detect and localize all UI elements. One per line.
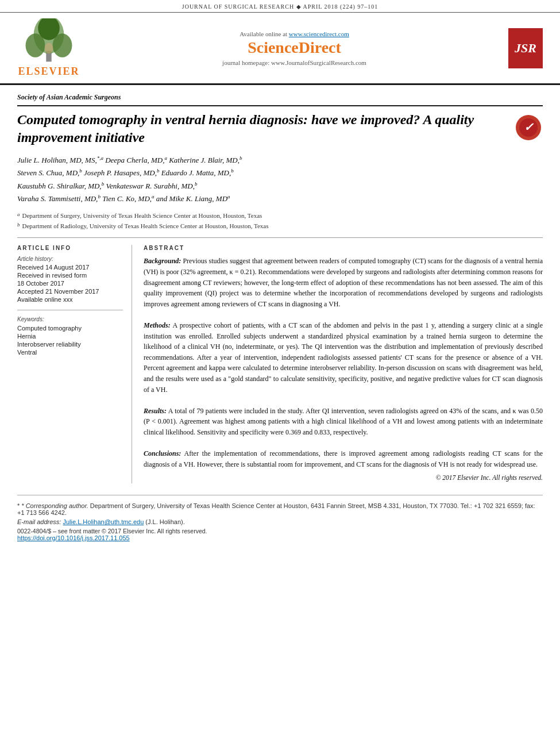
- results-text: A total of 79 patients were included in …: [144, 407, 543, 436]
- available-online-text: Available online at www.sciencedirect.co…: [92, 30, 497, 37]
- journal-homepage-text: journal homepage: www.JournalofSurgicalR…: [92, 59, 497, 66]
- author-shiralkar: Kaustubh G. Shiralkar, MD,b: [17, 182, 104, 190]
- sciencedirect-logo: ScienceDirect: [92, 39, 497, 57]
- email-suffix: (J.L. Holihan).: [144, 518, 185, 525]
- abstract-header: ABSTRACT: [144, 245, 543, 251]
- info-divider: [17, 310, 123, 310]
- authors-block: Julie L. Holihan, MD, MS,*,a Deepa Cherl…: [17, 153, 543, 205]
- abstract-text: Background: Previous studies suggest tha…: [144, 256, 543, 483]
- keyword-2: Hernia: [17, 333, 123, 340]
- society-label: Society of Asian Academic Surgeons: [17, 93, 543, 106]
- email-address[interactable]: Julie.L.Holihan@uth.tmc.edu: [63, 518, 144, 525]
- email-label: E-mail address:: [17, 518, 61, 525]
- author-chua: Steven S. Chua, MD,b: [17, 168, 82, 177]
- article-history-block: Article history: Received 14 August 2017…: [17, 256, 123, 303]
- available-online: Available online xxx: [17, 296, 123, 303]
- author-surabhi: Venkateswar R. Surabhi, MD,b: [106, 182, 197, 190]
- doi-link[interactable]: https://doi.org/10.1016/j.jss.2017.11.05…: [17, 534, 130, 541]
- author-tammisetti: Varaha S. Tammisetti, MD,b: [17, 194, 101, 203]
- affiliation-a: a Department of Surgery, University of T…: [17, 211, 543, 221]
- article-info-column: ARTICLE INFO Article history: Received 1…: [17, 245, 132, 483]
- footer-area: * * Corresponding author. Department of …: [17, 495, 543, 541]
- conclusions-label: Conclusions:: [144, 449, 181, 457]
- background-text: Previous studies suggest that agreement …: [144, 257, 543, 307]
- author-cherla: Deepa Cherla, MD,a: [105, 156, 167, 164]
- background-label: Background:: [144, 257, 181, 265]
- history-label: Article history:: [17, 256, 123, 262]
- received-date-1: Received 14 August 2017: [17, 264, 123, 271]
- author-ko: Tien C. Ko, MD,a: [102, 194, 154, 203]
- corresponding-star: *: [17, 502, 20, 509]
- doi-line: https://doi.org/10.1016/j.jss.2017.11.05…: [17, 534, 543, 541]
- affiliation-b: b Department of Radiology, University of…: [17, 221, 543, 232]
- banner-center: Available online at www.sciencedirect.co…: [92, 30, 497, 66]
- affiliation-b-text: Department of Radiology, University of T…: [22, 221, 269, 231]
- journal-header-text: JOURNAL OF SURGICAL RESEARCH ◆ APRIL 201…: [182, 3, 378, 10]
- title-row: Computed tomography in ventral hernia di…: [17, 111, 543, 147]
- elsevier-logo: ELSEVIER: [11, 18, 86, 78]
- methods-text: A prospective cohort of patients, with a…: [144, 321, 543, 394]
- author-matta: Eduardo J. Matta, MD,b: [161, 168, 234, 177]
- received-date-2: 18 October 2017: [17, 280, 123, 287]
- conclusions-text: After the implementation of recommendati…: [144, 449, 543, 468]
- elsevier-text: ELSEVIER: [18, 66, 79, 78]
- author-hasapes: Joseph P. Hasapes, MD,b: [84, 168, 159, 177]
- affiliations-block: a Department of Surgery, University of T…: [17, 211, 543, 238]
- journal-header: JOURNAL OF SURGICAL RESEARCH ◆ APRIL 201…: [0, 0, 560, 13]
- crossmark-svg: ✓: [519, 118, 538, 137]
- author-blair: Katherine J. Blair, MD,b: [169, 156, 242, 164]
- abstract-column: ABSTRACT Background: Previous studies su…: [144, 245, 543, 483]
- revised-label: Received in revised form: [17, 272, 123, 279]
- jsr-box: JSR: [508, 28, 543, 68]
- methods-label: Methods:: [144, 321, 171, 329]
- author-liang: and Mike K. Liang, MDa: [156, 194, 230, 203]
- keywords-block: Keywords: Computed tomography Hernia Int…: [17, 316, 123, 356]
- svg-text:✓: ✓: [524, 121, 534, 133]
- elsevier-tree-icon: [20, 18, 78, 64]
- keyword-3: Interobserver reliability: [17, 341, 123, 348]
- crossmark-badge: ✓: [514, 113, 543, 142]
- keyword-1: Computed tomography: [17, 325, 123, 332]
- email-line: E-mail address: Julie.L.Holihan@uth.tmc.…: [17, 518, 543, 525]
- abstract-copyright: © 2017 Elsevier Inc. All rights reserved…: [144, 473, 543, 483]
- sciencedirect-url[interactable]: www.sciencedirect.com: [289, 30, 349, 37]
- corresponding-label: * Corresponding author.: [21, 502, 88, 509]
- sciencedirect-logo-text: ScienceDirect: [248, 39, 341, 56]
- article-title: Computed tomography in ventral hernia di…: [17, 111, 508, 147]
- accepted-date: Accepted 21 November 2017: [17, 288, 123, 295]
- article-info-header: ARTICLE INFO: [17, 245, 123, 251]
- affiliation-a-text: Department of Surgery, University of Tex…: [22, 211, 262, 221]
- main-content: Society of Asian Academic Surgeons Compu…: [0, 85, 560, 553]
- corresponding-author-line: * * Corresponding author. Department of …: [17, 502, 543, 516]
- author-holihan: Julie L. Holihan, MD, MS,*,a: [17, 156, 103, 164]
- issn-line: 0022-4804/$ – see front matter © 2017 El…: [17, 528, 543, 534]
- results-label: Results:: [144, 407, 167, 415]
- jsr-logo: JSR: [503, 28, 549, 68]
- keyword-4: Ventral: [17, 349, 123, 356]
- crossmark-icon: ✓: [516, 115, 541, 140]
- corresponding-text: Department of Surgery, University of Tex…: [17, 502, 535, 516]
- two-column-section: ARTICLE INFO Article history: Received 1…: [17, 245, 543, 483]
- banner-row: ELSEVIER Available online at www.science…: [0, 13, 560, 85]
- svg-point-5: [44, 43, 53, 53]
- keywords-label: Keywords:: [17, 316, 123, 322]
